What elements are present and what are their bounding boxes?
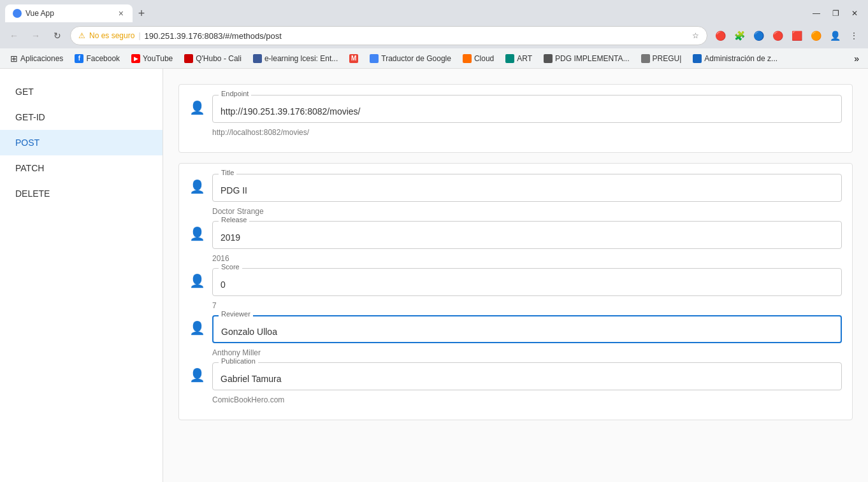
bookmark-qhubo[interactable]: Q'Hubo - Cali [179,52,247,65]
maximize-button[interactable]: ❐ [827,5,844,22]
release-person-icon: 👤 [189,226,205,241]
bookmark-art[interactable]: ART [500,52,537,65]
toolbar-icons: 🔴 🧩 🔵 🔴 🟥 🟠 👤 ⋮ [711,27,863,45]
tab-close-button[interactable]: × [117,8,125,18]
bookmark-star-icon[interactable]: ☆ [692,31,699,40]
score-label: Score [219,263,242,271]
title-row: 👤 Title [189,174,842,202]
bookmark-cloud[interactable]: Cloud [458,52,499,65]
reload-button[interactable]: ↻ [48,27,66,45]
extension-icon-4[interactable]: 🔴 [769,27,786,45]
release-row: 👤 Release [189,221,842,249]
endpoint-row: 👤 Endpoint [189,95,842,123]
new-tab-button[interactable]: + [133,4,150,22]
main-content: 👤 Endpoint http://localhost:8082/movies/… [163,69,868,482]
bookmark-elearning-label: e-learning lcesi: Ent... [264,54,338,63]
url-separator: | [138,31,140,40]
bookmark-pdg-label: PDG IMPLEMENTA... [555,54,629,63]
forward-button[interactable]: → [27,27,45,45]
url-bar[interactable]: ⚠ No es seguro | 190.251.39.176:8083/#/m… [70,26,707,45]
score-row: 👤 Score [189,268,842,296]
title-hint: Doctor Strange [212,207,842,216]
bookmark-pdg[interactable]: PDG IMPLEMENTA... [539,52,634,65]
cloud-favicon [463,54,472,63]
reviewer-hint: Anthony Miller [212,348,842,357]
sidebar-item-patch[interactable]: PATCH [0,155,163,181]
reviewer-input[interactable] [212,315,842,343]
gmail-favicon: M [349,54,358,63]
admin-favicon [693,54,702,63]
score-hint: 7 [212,301,842,310]
title-label: Title [219,169,236,176]
minimize-button[interactable]: — [808,5,825,22]
reviewer-row: 👤 Reviewer [189,315,842,343]
extension-icon-1[interactable]: 🔴 [711,27,729,45]
bookmark-admin-label: Administración de z... [704,54,778,63]
bookmark-pregu[interactable]: PREGU| [636,52,687,65]
bookmark-elearning[interactable]: e-learning lcesi: Ent... [248,52,343,65]
title-bar: Vue App × + — ❐ ✕ [0,0,868,23]
bookmark-translate[interactable]: Traductor de Google [365,52,456,65]
publication-person-icon: 👤 [189,367,205,383]
bookmark-pregu-label: PREGU| [653,54,682,63]
publication-input[interactable] [212,362,842,390]
sidebar: GET GET-ID POST PATCH DELETE [0,69,163,482]
close-button[interactable]: ✕ [846,5,863,22]
back-button[interactable]: ← [5,27,23,45]
title-field-wrapper: Title [212,174,842,202]
apps-grid-icon: ⊞ [10,53,18,64]
elearning-favicon [253,54,262,63]
security-text: No es seguro [89,31,134,40]
address-bar: ← → ↻ ⚠ No es seguro | 190.251.39.176:80… [0,23,868,48]
score-field-wrapper: Score [212,268,842,296]
bookmark-gmail[interactable]: M [344,52,363,65]
reviewer-person-icon: 👤 [189,320,205,336]
bookmark-art-label: ART [517,54,532,63]
publication-row: 👤 Publication [189,362,842,390]
profile-icon[interactable]: 👤 [826,27,844,45]
title-input[interactable] [212,174,842,202]
score-input[interactable] [212,268,842,296]
endpoint-hint: http://localhost:8082/movies/ [212,128,842,137]
extension-icon-2[interactable]: 🧩 [730,27,748,45]
sidebar-item-delete[interactable]: DELETE [0,181,163,206]
publication-hint: ComicBookHero.com [212,395,842,404]
title-person-icon: 👤 [189,179,205,194]
translate-favicon [370,54,379,63]
tab-title: Vue App [25,9,113,18]
publication-field-wrapper: Publication [212,362,842,390]
sidebar-item-get[interactable]: GET [0,79,163,104]
endpoint-person-icon: 👤 [189,100,205,115]
qhubo-favicon [184,54,193,63]
extension-icon-5[interactable]: 🟥 [788,27,806,45]
bookmark-apps[interactable]: ⊞ Aplicaciones [5,52,68,66]
browser-chrome: Vue App × + — ❐ ✕ ← → ↻ ⚠ No es seguro |… [0,0,868,69]
bookmark-facebook[interactable]: f Facebook [69,52,125,65]
publication-label: Publication [219,357,258,365]
extension-icon-3[interactable]: 🔵 [749,27,767,45]
bookmarks-more-button[interactable]: » [850,52,863,66]
bookmark-apps-label: Aplicaciones [20,54,63,63]
score-person-icon: 👤 [189,273,205,288]
release-hint: 2016 [212,254,842,263]
sidebar-item-post[interactable]: POST [0,130,163,155]
title-section: 👤 Title Doctor Strange 👤 Release 2016 👤 [178,163,853,420]
reviewer-field-wrapper: Reviewer [212,315,842,343]
app-container: GET GET-ID POST PATCH DELETE 👤 Endpoint … [0,69,868,482]
endpoint-label: Endpoint [219,90,251,97]
sidebar-item-get-id[interactable]: GET-ID [0,104,163,130]
browser-tab[interactable]: Vue App × [5,4,133,22]
release-input[interactable] [212,221,842,249]
tab-favicon [13,9,22,18]
reviewer-label: Reviewer [219,310,253,318]
url-text: 190.251.39.176:8083/#/methods/post [145,31,689,41]
bookmark-youtube[interactable]: ▶ YouTube [126,52,178,65]
menu-button[interactable]: ⋮ [845,27,863,45]
art-favicon [505,54,514,63]
release-field-wrapper: Release [212,221,842,249]
endpoint-input[interactable] [212,95,842,123]
bookmark-admin[interactable]: Administración de z... [688,52,783,65]
facebook-favicon: f [75,54,83,63]
bookmark-cloud-label: Cloud [474,54,494,63]
extension-icon-6[interactable]: 🟠 [807,27,825,45]
